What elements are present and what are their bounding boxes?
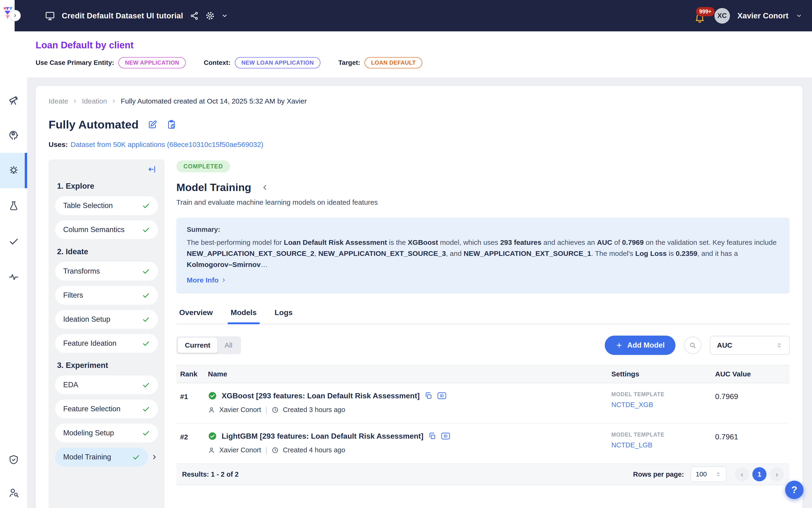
sort-metric-value: AUC bbox=[717, 341, 732, 349]
context-label: Context: bbox=[204, 59, 231, 67]
breadcrumb-ideation[interactable]: Ideation bbox=[82, 97, 107, 105]
step-label: Column Semantics bbox=[63, 225, 125, 234]
chevron-left-icon[interactable] bbox=[261, 183, 269, 192]
app-shell: Loan Default by client Use Case Primary … bbox=[0, 31, 812, 508]
tab-overview[interactable]: Overview bbox=[179, 308, 213, 324]
id-badge-icon[interactable]: ID bbox=[437, 392, 447, 400]
target-badge: LOAN DEFAULT bbox=[364, 57, 422, 69]
shield-check-icon[interactable] bbox=[0, 442, 27, 477]
use-case-header: Loan Default by client Use Case Primary … bbox=[27, 31, 812, 77]
copy-icon[interactable] bbox=[424, 392, 433, 400]
step-label: Filters bbox=[63, 291, 83, 299]
prev-page-button[interactable]: ‹ bbox=[735, 467, 749, 481]
filter-current-button[interactable]: Current bbox=[178, 338, 217, 353]
svg-text:ID: ID bbox=[444, 434, 448, 438]
rows-per-page-select[interactable]: 100 bbox=[690, 466, 726, 482]
chevron-right-icon bbox=[111, 98, 117, 104]
checkmark-icon[interactable] bbox=[0, 223, 27, 259]
check-icon bbox=[132, 453, 140, 461]
step-column-semantics[interactable]: Column Semantics bbox=[55, 220, 158, 239]
user-name[interactable]: Xavier Conort bbox=[737, 11, 788, 20]
search-button[interactable] bbox=[684, 337, 702, 354]
edit-pencil-icon[interactable] bbox=[148, 120, 157, 129]
uses-label: Uses: bbox=[49, 140, 68, 149]
summary-label: Summary: bbox=[187, 226, 779, 234]
step-label: Model Training bbox=[63, 453, 111, 461]
user-menu-chevron-icon[interactable] bbox=[796, 13, 802, 19]
tab-models[interactable]: Models bbox=[231, 308, 257, 324]
breadcrumb-ideate[interactable]: Ideate bbox=[49, 97, 68, 105]
step-label: Table Selection bbox=[63, 201, 113, 210]
step-table-selection[interactable]: Table Selection bbox=[55, 196, 158, 215]
step-ideation-setup[interactable]: Ideation Setup bbox=[55, 310, 158, 329]
current-page-button[interactable]: 1 bbox=[752, 467, 766, 481]
next-page-button[interactable]: › bbox=[770, 467, 784, 481]
collapse-steps-icon[interactable] bbox=[55, 165, 158, 174]
step-row-active: Model Training bbox=[55, 448, 158, 466]
more-info-label: More Info bbox=[187, 276, 219, 284]
step-modeling-setup[interactable]: Modeling Setup bbox=[55, 424, 158, 442]
rows-per-page-value: 100 bbox=[696, 470, 707, 478]
table-row[interactable]: #2 LightGBM [293 features: Loan Default … bbox=[176, 424, 790, 464]
copy-icon[interactable] bbox=[428, 432, 436, 440]
uses-row: Uses: Dataset from 50K applications (68e… bbox=[49, 140, 790, 149]
settings-gear-icon[interactable] bbox=[206, 11, 215, 20]
stage-title: Model Training bbox=[176, 181, 251, 194]
lightbulb-icon-active[interactable] bbox=[0, 153, 27, 188]
controls-right: Add Model AUC bbox=[605, 336, 790, 355]
flask-icon[interactable] bbox=[0, 188, 27, 223]
help-button[interactable]: ? bbox=[785, 481, 804, 499]
sort-metric-select[interactable]: AUC bbox=[710, 336, 790, 355]
clock-icon bbox=[272, 447, 279, 454]
model-template-link[interactable]: NCTDE_XGB bbox=[612, 401, 715, 409]
row-meta: Xavier Conort | Created 3 hours ago bbox=[208, 406, 612, 414]
step-filters[interactable]: Filters bbox=[55, 286, 158, 305]
col-header-name: Name bbox=[208, 370, 612, 378]
use-case-meta-row: Use Case Primary Entity: NEW APPLICATION… bbox=[36, 57, 803, 69]
filter-all-button[interactable]: All bbox=[217, 338, 239, 353]
table-row[interactable]: #1 XGBoost [293 features: Loan Default R… bbox=[176, 383, 790, 424]
clipboard-history-icon[interactable] bbox=[167, 120, 176, 129]
col-header-settings: Settings bbox=[612, 370, 715, 378]
step-transforms[interactable]: Transforms bbox=[55, 262, 158, 281]
step-model-training[interactable]: Model Training bbox=[55, 448, 148, 466]
results-count: Results: 1 - 2 of 2 bbox=[182, 470, 239, 478]
person-icon bbox=[208, 406, 215, 414]
add-model-button[interactable]: Add Model bbox=[605, 336, 675, 355]
content-area: Ideate Ideation Fully Automated created … bbox=[27, 77, 812, 508]
check-icon bbox=[142, 339, 150, 347]
brain-gear-icon[interactable] bbox=[0, 118, 27, 153]
more-info-link[interactable]: More Info bbox=[187, 276, 779, 284]
telescope-icon[interactable] bbox=[0, 82, 27, 118]
ideation-title: Fully Automated bbox=[49, 118, 139, 131]
monitor-icon bbox=[45, 11, 55, 21]
step-row: Modeling Setup bbox=[55, 424, 158, 442]
tab-logs[interactable]: Logs bbox=[275, 308, 292, 324]
step-feature-selection[interactable]: Feature Selection bbox=[55, 399, 158, 418]
sidebar-expand-button[interactable] bbox=[9, 10, 21, 21]
person-icon bbox=[208, 447, 215, 454]
chevron-right-icon bbox=[73, 98, 78, 104]
breadcrumb-current: Fully Automated created at Oct 14, 2025 … bbox=[121, 97, 307, 105]
check-icon bbox=[142, 226, 150, 234]
id-badge-icon[interactable]: ID bbox=[441, 432, 450, 440]
step-feature-ideation[interactable]: Feature Ideation bbox=[55, 334, 158, 353]
step-label: Feature Selection bbox=[63, 405, 121, 413]
row-created: Created 4 hours ago bbox=[283, 446, 345, 454]
name-line: XGBoost [293 features: Loan Default Risk… bbox=[208, 391, 612, 400]
model-name[interactable]: LightGBM [293 features: Loan Default Ris… bbox=[222, 432, 423, 440]
model-template-link[interactable]: NCTDE_LGB bbox=[612, 441, 715, 449]
share-icon[interactable] bbox=[190, 11, 199, 20]
user-avatar[interactable]: XC bbox=[714, 8, 730, 24]
pulse-icon[interactable] bbox=[0, 259, 27, 294]
row-rank: #1 bbox=[180, 391, 208, 401]
table-footer: Results: 1 - 2 of 2 Rows per page: 100 bbox=[176, 464, 790, 485]
notifications-bell[interactable]: 999+ bbox=[694, 8, 707, 24]
project-dropdown-chevron-icon[interactable] bbox=[221, 12, 228, 19]
step-eda[interactable]: EDA bbox=[55, 376, 158, 394]
user-search-icon[interactable] bbox=[0, 477, 27, 508]
dataset-link[interactable]: Dataset from 50K applications (68ece1031… bbox=[71, 140, 263, 149]
model-name[interactable]: XGBoost [293 features: Loan Default Risk… bbox=[222, 391, 420, 400]
step-row: Ideation Setup bbox=[55, 310, 158, 329]
step-row: Column Semantics bbox=[55, 220, 158, 239]
